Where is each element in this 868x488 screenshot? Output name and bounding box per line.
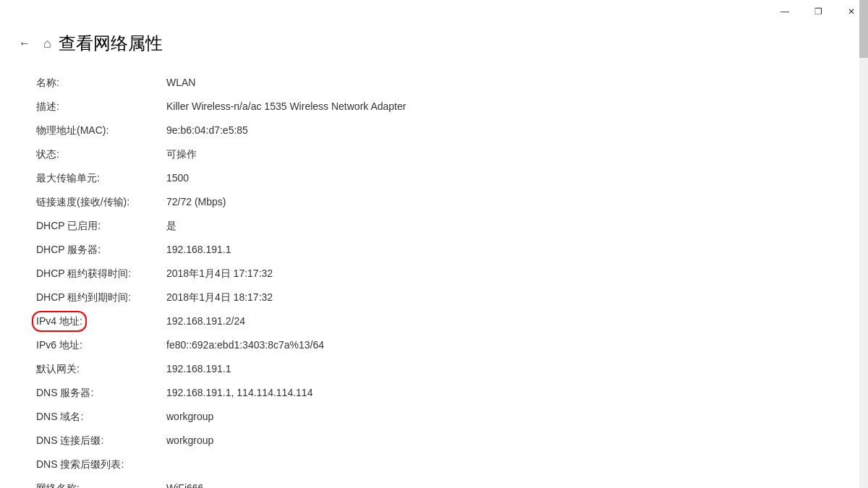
home-icon: ⌂ <box>43 36 51 51</box>
prop-row-description: 描述: Killer Wireless-n/a/ac 1535 Wireless… <box>36 95 832 119</box>
prop-value-ipv6: fe80::692a:ebd1:3403:8c7a%13/64 <box>166 338 832 353</box>
prop-label-status: 状态: <box>36 147 166 162</box>
prop-row-mac: 物理地址(MAC): 9e:b6:04:d7:e5:85 <box>36 119 832 142</box>
prop-value-dhcp-server: 192.168.191.1 <box>166 242 832 257</box>
prop-label-name: 名称: <box>36 75 166 90</box>
prop-label-mac: 物理地址(MAC): <box>36 123 166 138</box>
prop-row-network-name: 网络名称: WiFi666 <box>36 476 832 488</box>
prop-row-link-speed: 链接速度(接收/传输): 72/72 (Mbps) <box>36 190 832 214</box>
prop-label-gateway: 默认网关: <box>36 361 166 377</box>
properties-table: 名称: WLAN 描述: Killer Wireless-n/a/ac 1535… <box>36 71 832 488</box>
back-button[interactable]: ← <box>14 33 35 53</box>
prop-row-dhcp-obtained: DHCP 租约获得时间: 2018年1月4日 17:17:32 <box>36 262 832 286</box>
page-header: ← ⌂ 查看网络属性 <box>0 23 868 64</box>
prop-row-gateway: 默认网关: 192.168.191.1 <box>36 357 832 381</box>
ipv4-label-text: IPv4 地址: <box>36 314 82 329</box>
scrollbar[interactable] <box>859 0 868 488</box>
prop-value-ipv4: 192.168.191.2/24 <box>166 314 832 329</box>
prop-label-dhcp-expires: DHCP 租约到期时间: <box>36 290 166 305</box>
prop-value-mac: 9e:b6:04:d7:e5:85 <box>166 123 832 138</box>
prop-label-dns-suffix: DNS 连接后缀: <box>36 433 166 448</box>
prop-label-dhcp-server: DHCP 服务器: <box>36 242 166 257</box>
prop-value-mtu: 1500 <box>166 171 832 186</box>
page-title: ⌂ 查看网络属性 <box>43 32 163 55</box>
title-bar: — ❐ ✕ <box>0 0 868 23</box>
prop-row-dns-servers: DNS 服务器: 192.168.191.1, 114.114.114.114 <box>36 381 832 405</box>
prop-label-mtu: 最大传输单元: <box>36 171 166 186</box>
title-bar-controls: — ❐ ✕ <box>768 0 868 23</box>
main-content: 名称: WLAN 描述: Killer Wireless-n/a/ac 1535… <box>0 64 868 488</box>
prop-label-ipv6: IPv6 地址: <box>36 338 166 353</box>
prop-label-description: 描述: <box>36 99 166 114</box>
prop-row-mtu: 最大传输单元: 1500 <box>36 166 832 190</box>
scrollbar-thumb[interactable] <box>859 0 868 58</box>
prop-row-dns-search: DNS 搜索后缀列表: <box>36 453 832 476</box>
prop-value-dhcp-expires: 2018年1月4日 18:17:32 <box>166 290 832 305</box>
prop-value-network-name: WiFi666 <box>166 481 832 488</box>
prop-label-dns-domain: DNS 域名: <box>36 409 166 424</box>
prop-value-dhcp-obtained: 2018年1月4日 17:17:32 <box>166 266 832 281</box>
window: — ❐ ✕ ← ⌂ 查看网络属性 名称: WLAN 描述: Killer <box>0 0 868 488</box>
prop-label-dns-servers: DNS 服务器: <box>36 385 166 401</box>
prop-label-ipv4: IPv4 地址: <box>36 314 166 329</box>
prop-value-name: WLAN <box>166 75 832 90</box>
maximize-button[interactable]: ❐ <box>801 0 835 23</box>
prop-row-dns-domain: DNS 域名: workgroup <box>36 405 832 429</box>
prop-row-name: 名称: WLAN <box>36 71 832 95</box>
prop-value-link-speed: 72/72 (Mbps) <box>166 194 832 210</box>
prop-row-dhcp-server: DHCP 服务器: 192.168.191.1 <box>36 238 832 262</box>
prop-row-ipv6: IPv6 地址: fe80::692a:ebd1:3403:8c7a%13/64 <box>36 333 832 357</box>
prop-label-link-speed: 链接速度(接收/传输): <box>36 194 166 210</box>
prop-row-dns-suffix: DNS 连接后缀: workgroup <box>36 429 832 453</box>
prop-value-dns-domain: workgroup <box>166 409 832 424</box>
prop-label-dhcp-enabled: DHCP 已启用: <box>36 218 166 234</box>
prop-value-dns-suffix: workgroup <box>166 433 832 448</box>
prop-value-dhcp-enabled: 是 <box>166 218 832 234</box>
prop-value-description: Killer Wireless-n/a/ac 1535 Wireless Net… <box>166 99 832 114</box>
prop-row-dhcp-enabled: DHCP 已启用: 是 <box>36 214 832 238</box>
minimize-button[interactable]: — <box>768 0 801 23</box>
prop-label-dns-search: DNS 搜索后缀列表: <box>36 457 166 472</box>
prop-row-dhcp-expires: DHCP 租约到期时间: 2018年1月4日 18:17:32 <box>36 286 832 309</box>
prop-value-dns-servers: 192.168.191.1, 114.114.114.114 <box>166 385 832 401</box>
prop-row-ipv4: IPv4 地址: 192.168.191.2/24 <box>36 309 832 333</box>
prop-row-status: 状态: 可操作 <box>36 142 832 166</box>
prop-value-gateway: 192.168.191.1 <box>166 361 832 377</box>
prop-label-network-name: 网络名称: <box>36 481 166 488</box>
prop-value-status: 可操作 <box>166 147 832 162</box>
prop-label-dhcp-obtained: DHCP 租约获得时间: <box>36 266 166 281</box>
